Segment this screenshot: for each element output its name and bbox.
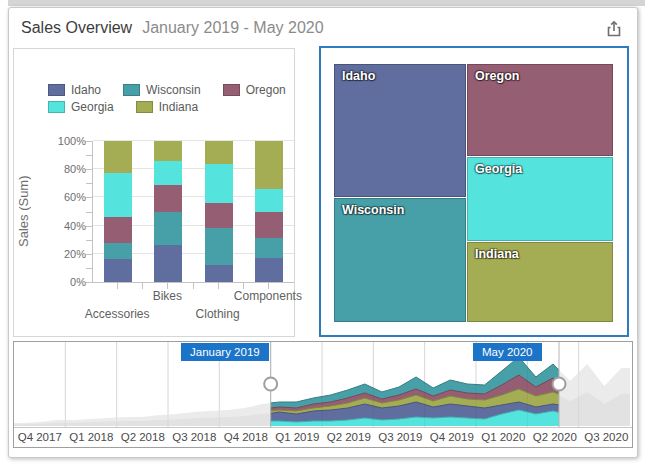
y-tick [86,183,92,184]
y-tick-label: 20% [34,248,86,260]
timeline-axis-label: Q4 2018 [220,428,272,447]
timeline-axis-label: Q1 2020 [478,428,530,447]
y-tick [86,268,92,269]
bar-segment-accessories-oregon[interactable] [104,217,132,242]
sales-overview-widget: Sales Overview January 2019 - May 2020 I… [8,7,638,458]
bar-segment-components-indiana[interactable] [255,141,283,189]
bar-segment-components-georgia[interactable] [255,189,283,212]
legend-label: Georgia [71,100,114,114]
date-range-subtitle: January 2019 - May 2020 [142,19,323,37]
bar-components [255,141,283,282]
bar-segment-accessories-georgia[interactable] [104,173,132,217]
bar-segment-clothing-idaho[interactable] [205,265,233,282]
y-tick [86,197,92,198]
y-tick [86,155,92,156]
bar-segment-bikes-indiana[interactable] [154,141,182,161]
legend-row-2: Georgia Indiana [48,100,260,114]
range-selector[interactable]: January 2019 May 2020 Q4 2017Q1 2018Q2 2… [13,341,633,448]
y-tick [86,282,92,283]
treemap-tile-georgia[interactable]: Georgia [467,157,613,240]
bar-segment-bikes-wisconsin[interactable] [154,212,182,246]
timeline-axis-label: Q4 2019 [426,428,478,447]
bar-segment-accessories-wisconsin[interactable] [104,243,132,260]
bar-segment-accessories-idaho[interactable] [104,259,132,282]
bar-segment-components-wisconsin[interactable] [255,238,283,258]
range-end-handle[interactable] [552,378,565,391]
legend-swatch-idaho [48,84,65,96]
timeline-axis-label: Q3 2018 [169,428,221,447]
bar-segment-clothing-georgia[interactable] [205,164,233,203]
treemap: IdahoWisconsinOregonGeorgiaIndiana [334,64,614,323]
dashboard: Sales Overview January 2019 - May 2020 I… [0,0,645,465]
y-tick [86,169,92,170]
bar-clothing [205,141,233,282]
treemap-tile-wisconsin[interactable]: Wisconsin [334,198,466,322]
bar-bikes [154,141,182,282]
range-end-label: May 2020 [473,343,542,361]
bar-segment-accessories-indiana[interactable] [104,141,132,173]
y-tick [86,226,92,227]
bar-segment-bikes-oregon[interactable] [154,185,182,212]
page-title: Sales Overview [21,19,132,37]
range-selector-axis: Q4 2017Q1 2018Q2 2018Q3 2018Q4 2018Q1 20… [14,427,632,447]
treemap-column-1: OregonGeorgiaIndiana [467,64,613,323]
y-tick [86,212,92,213]
y-tick [86,141,92,142]
legend-label: Wisconsin [146,83,201,97]
timeline-axis-label: Q4 2017 [14,428,66,447]
bar-segment-bikes-idaho[interactable] [154,245,182,282]
legend-swatch-oregon [223,84,240,96]
window-top-strip [8,0,645,6]
treemap-tile-label: Georgia [475,162,522,176]
bar-segment-clothing-wisconsin[interactable] [205,228,233,265]
y-tick-label: 80% [34,163,86,175]
timeline-axis-label: Q3 2020 [581,428,633,447]
timeline-axis-label: Q3 2019 [375,428,427,447]
legend-row-1: Idaho Wisconsin Oregon [48,83,260,97]
bar-segment-bikes-georgia[interactable] [154,161,182,185]
treemap-column-0: IdahoWisconsin [334,64,466,323]
timeline-axis-label: Q2 2019 [323,428,375,447]
legend-item-wisconsin: Wisconsin [123,83,201,97]
widget-header: Sales Overview January 2019 - May 2020 [9,8,637,48]
range-start-handle[interactable] [264,378,277,391]
bar-segment-components-oregon[interactable] [255,212,283,239]
x-category-label-accessories: Accessories [62,307,172,321]
x-category-label-clothing: Clothing [163,307,273,321]
legend-item-indiana: Indiana [136,100,198,114]
legend-item-idaho: Idaho [48,83,101,97]
legend-swatch-georgia [48,101,65,113]
bar-accessories [104,141,132,282]
bar-plot-area [92,141,294,283]
chart-legend: Idaho Wisconsin Oregon Georgia [14,83,294,114]
timeline-axis-label: Q1 2019 [272,428,324,447]
timeline-axis-label: Q1 2018 [66,428,118,447]
legend-label: Oregon [246,83,286,97]
y-tick [86,254,92,255]
bar-segment-components-idaho[interactable] [255,258,283,282]
timeline-axis-label: Q2 2020 [529,428,581,447]
export-button[interactable] [603,19,625,41]
y-axis-title: Sales (Sum) [16,141,34,282]
legend-label: Idaho [71,83,101,97]
y-tick-label: 40% [34,220,86,232]
bar-segment-clothing-oregon[interactable] [205,203,233,228]
legend-swatch-wisconsin [123,84,140,96]
bar-chart-panel[interactable]: Idaho Wisconsin Oregon Georgia [13,48,295,337]
treemap-panel[interactable]: IdahoWisconsinOregonGeorgiaIndiana [319,46,629,337]
treemap-tile-label: Idaho [342,69,375,83]
y-tick [86,240,92,241]
legend-label: Indiana [159,100,198,114]
bar-segment-clothing-indiana[interactable] [205,141,233,164]
range-start-label: January 2019 [181,343,269,361]
export-icon [605,20,623,41]
y-tick-label: 0% [34,276,86,288]
legend-item-georgia: Georgia [48,100,114,114]
x-category-label-bikes: Bikes [112,289,222,303]
treemap-tile-indiana[interactable]: Indiana [467,242,613,322]
treemap-tile-oregon[interactable]: Oregon [467,64,613,156]
treemap-tile-label: Oregon [475,69,519,83]
timeline-axis-label: Q2 2018 [117,428,169,447]
treemap-tile-label: Indiana [475,247,519,261]
treemap-tile-idaho[interactable]: Idaho [334,64,466,197]
